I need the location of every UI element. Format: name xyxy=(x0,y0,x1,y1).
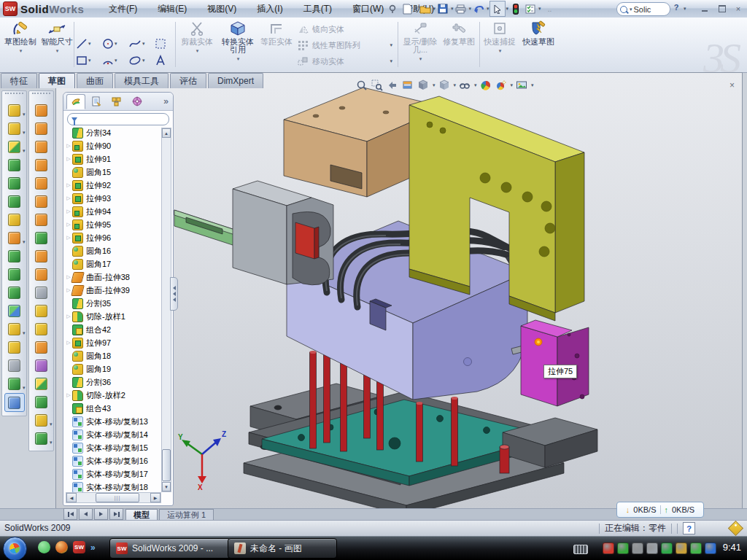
scroll-up-icon[interactable]: ▲ xyxy=(162,128,171,138)
dropdown-arrow-icon[interactable]: ▾ xyxy=(50,421,53,427)
print-icon[interactable] xyxy=(454,1,468,16)
tab-sketch[interactable]: 草图 xyxy=(39,73,75,88)
move-entities-button[interactable]: 移动实体 ▾ xyxy=(298,54,392,69)
tab-evaluate[interactable]: 评估 xyxy=(170,73,206,88)
menu-item-1[interactable]: 编辑(E) xyxy=(147,0,197,18)
start-button[interactable] xyxy=(3,537,27,560)
line-tool[interactable]: ▾ xyxy=(76,38,91,50)
tree-item[interactable]: 组合42 xyxy=(65,323,162,336)
solidworks-launcher-icon[interactable]: SW xyxy=(73,541,85,553)
quick-launch-overflow-icon[interactable]: » xyxy=(90,542,96,553)
reference-axis-button[interactable] xyxy=(5,357,24,374)
menu-item-2[interactable]: 视图(V) xyxy=(197,0,247,18)
shell-button[interactable] xyxy=(5,174,24,192)
split-line-button[interactable] xyxy=(32,320,51,338)
tab-dimxpert-manager[interactable] xyxy=(128,94,147,109)
search-input[interactable]: Solic xyxy=(634,5,651,14)
search-box[interactable]: ▾ Solic xyxy=(616,2,670,16)
status-help-button[interactable]: ? xyxy=(683,522,695,534)
tree-item[interactable]: 实体-移动/复制17 xyxy=(65,467,162,481)
dropdown-arrow-icon[interactable]: ▾ xyxy=(88,41,91,47)
dropdown-arrow-icon[interactable]: ▾ xyxy=(41,47,74,55)
freeform-button[interactable] xyxy=(32,192,51,210)
tree-item[interactable]: 圆角16 xyxy=(65,244,162,257)
scrollbar-thumb[interactable] xyxy=(162,449,171,481)
tree-horizontal-scrollbar[interactable]: ◀ ||| ▶ xyxy=(66,492,161,503)
tree-item[interactable]: 实体-移动/复制18 xyxy=(65,481,162,492)
cylinder-button[interactable] xyxy=(32,393,51,411)
options-icon[interactable] xyxy=(523,1,538,16)
scroll-down-icon[interactable]: ▼ xyxy=(162,482,171,491)
zoom-area-icon[interactable] xyxy=(371,79,384,92)
swept-boss-button[interactable] xyxy=(32,101,51,119)
volume-icon[interactable] xyxy=(646,542,658,554)
tree-item[interactable]: 圆角17 xyxy=(65,257,162,271)
tree-item[interactable]: 圆角18 xyxy=(65,349,162,362)
menu-item-4[interactable]: 工具(T) xyxy=(293,0,342,18)
delete-body-button[interactable] xyxy=(32,284,51,301)
dome-button[interactable] xyxy=(32,138,51,155)
split-button[interactable] xyxy=(5,265,24,283)
tree-item[interactable]: 圆角15 xyxy=(65,166,162,179)
surface-fillet-button[interactable] xyxy=(32,375,51,392)
tree-item[interactable]: 实体-移动/复制13 xyxy=(65,415,162,428)
dropdown-arrow-icon[interactable]: ▾ xyxy=(50,440,53,446)
tab-property-manager[interactable] xyxy=(87,94,106,109)
dropdown-arrow-icon[interactable]: ▾ xyxy=(484,47,516,55)
lofted-boss-button[interactable] xyxy=(32,156,51,174)
pin-toolbar-icon[interactable] xyxy=(385,1,400,16)
vpn-icon[interactable] xyxy=(661,542,673,554)
dropdown-arrow-icon[interactable]: ▾ xyxy=(403,55,438,63)
mirror-entities-button[interactable]: 镜向实体 xyxy=(298,22,392,36)
section-view-icon[interactable] xyxy=(401,79,414,92)
extruded-cut-button[interactable]: ▾ xyxy=(5,120,24,137)
tree-item[interactable]: 实体-移动/复制14 xyxy=(65,428,162,441)
dropdown-arrow-icon[interactable]: ▾ xyxy=(142,58,145,63)
dropdown-arrow-icon[interactable]: ▾ xyxy=(115,58,117,63)
tree-item[interactable]: ▷切除-放样2 xyxy=(65,389,162,402)
view-settings-icon[interactable] xyxy=(515,79,528,92)
language-bar-keyboard-icon[interactable] xyxy=(573,545,588,554)
tree-item[interactable]: 圆角19 xyxy=(65,362,162,376)
wrap-button[interactable] xyxy=(32,229,51,246)
ellipse-tool[interactable]: ▾ xyxy=(128,55,145,66)
tab-mold-tools[interactable]: 模具工具 xyxy=(115,73,169,88)
antivirus-icon[interactable] xyxy=(617,542,629,554)
toolbar-overflow[interactable]: .. xyxy=(541,1,559,16)
dropdown-arrow-icon[interactable]: ▾ xyxy=(23,148,26,154)
dropdown-arrow-icon[interactable]: ▾ xyxy=(23,385,26,391)
menu-item-0[interactable]: 文件(F) xyxy=(98,0,147,18)
elbow-button[interactable] xyxy=(32,265,51,283)
display-delete-relations-button[interactable]: 显示/删除几... ▾ xyxy=(402,20,438,69)
zoom-fit-icon[interactable] xyxy=(355,79,368,92)
smart-dimension-button[interactable]: 智能尺寸 ▾ xyxy=(40,20,74,69)
rapid-sketch-button[interactable]: 快速草图 xyxy=(521,20,556,69)
move-face-button[interactable] xyxy=(32,338,51,356)
dropdown-arrow-icon[interactable]: ▾ xyxy=(23,130,26,136)
toolbar-drag-handle[interactable] xyxy=(5,93,23,100)
tree-item[interactable]: ▷拉伸95 xyxy=(65,218,162,231)
quick-snaps-button[interactable]: 快速捕捉 ▾ xyxy=(483,20,516,69)
select-tool-icon[interactable] xyxy=(489,1,506,17)
dropdown-arrow-icon[interactable]: ▾ xyxy=(474,82,477,88)
sketch-button[interactable]: 草图绘制 ▾ xyxy=(4,20,37,69)
scroll-left-icon[interactable]: ◀ xyxy=(66,493,77,502)
tree-item[interactable]: ▷拉伸92 xyxy=(65,179,162,192)
boundary-boss-button[interactable] xyxy=(32,174,51,192)
fillet-button[interactable]: ▾ xyxy=(5,138,24,155)
panel-overflow-button[interactable]: » xyxy=(163,96,169,106)
next-tab-button[interactable] xyxy=(94,508,108,520)
sync-icon[interactable] xyxy=(705,542,716,554)
tree-item[interactable]: ▷拉伸97 xyxy=(65,336,162,349)
insert-part-button[interactable]: ▾ xyxy=(5,320,24,338)
tree-item[interactable]: 分割36 xyxy=(65,376,162,389)
health-icon[interactable] xyxy=(690,542,702,554)
task-paint[interactable]: 未命名 - 画图 xyxy=(228,538,337,559)
expand-arrow-icon[interactable]: ▷ xyxy=(65,143,72,149)
dropdown-arrow-icon[interactable]: ▾ xyxy=(23,112,26,117)
select-region-tool[interactable] xyxy=(155,38,166,50)
previous-tab-button[interactable] xyxy=(79,508,93,520)
revolved-boss-button[interactable] xyxy=(32,120,51,137)
expand-arrow-icon[interactable]: ▷ xyxy=(65,314,72,319)
help-button[interactable]: ? xyxy=(670,1,683,12)
